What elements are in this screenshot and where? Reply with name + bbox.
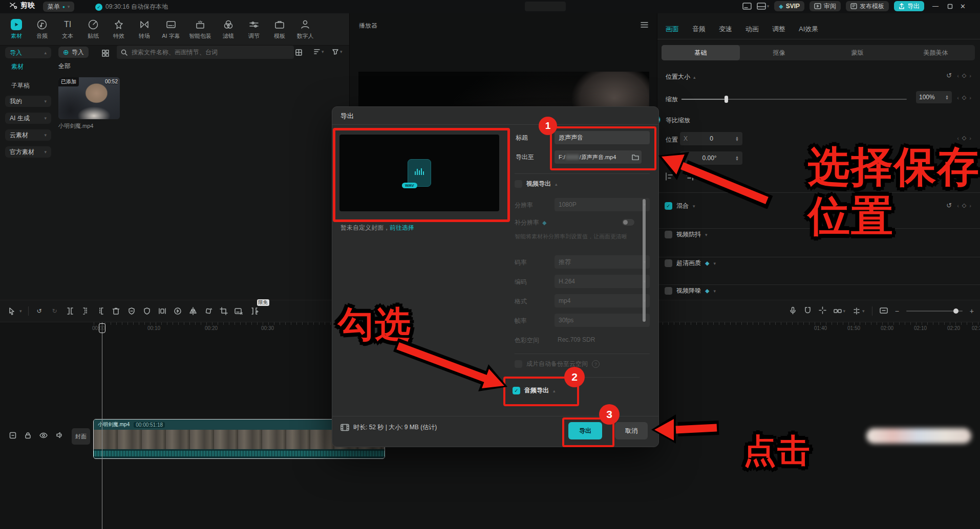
filter-icon[interactable]: ▾: [332, 48, 343, 55]
speaker-icon[interactable]: [56, 432, 63, 438]
stabilize-checkbox[interactable]: [665, 231, 672, 238]
hd-label[interactable]: 超清画质: [676, 259, 701, 268]
crop-tool[interactable]: [216, 304, 231, 318]
mask-tool[interactable]: [139, 304, 155, 318]
tab-adjust[interactable]: 调整: [772, 25, 785, 34]
maximize-button[interactable]: [947, 3, 953, 9]
audio-export-label[interactable]: 音频导出: [524, 386, 549, 395]
section-pos-size[interactable]: 位置大小: [666, 73, 690, 81]
rotate-tool[interactable]: [201, 304, 216, 318]
stabilize-label[interactable]: 视频防抖: [676, 230, 701, 239]
denoise-label[interactable]: 视频降噪: [676, 286, 701, 295]
keyframe-controls[interactable]: ‹◇›: [957, 72, 971, 79]
publish-template-button[interactable]: 发布模板: [846, 1, 889, 11]
ribbon-item-audio[interactable]: 音频: [30, 19, 54, 40]
playhead-handle[interactable]: [99, 323, 105, 333]
video-export-label[interactable]: 视频导出: [526, 180, 551, 188]
tab-ai-effects[interactable]: AI效果: [799, 25, 818, 34]
zoom-out-icon[interactable]: −: [895, 307, 899, 315]
fit-timeline-icon[interactable]: [880, 307, 888, 316]
cover-select-link[interactable]: 前往选择: [390, 224, 414, 232]
close-button[interactable]: ✕: [958, 3, 968, 10]
sidebar-item-material[interactable]: 素材: [11, 62, 24, 71]
cover-preview[interactable]: WAV: [339, 135, 499, 211]
cover-button[interactable]: 封面: [72, 428, 90, 445]
ai-mask-tool[interactable]: [124, 304, 139, 318]
tab-animation[interactable]: 动画: [745, 25, 759, 34]
scale-slider-handle[interactable]: [725, 96, 728, 103]
video-export-checkbox[interactable]: [515, 180, 522, 188]
undo-button[interactable]: ↺: [32, 304, 47, 318]
cancel-button[interactable]: 取消: [615, 422, 648, 439]
ribbon-item-digital-human[interactable]: 数字人: [293, 19, 317, 40]
filter-all-label[interactable]: 全部: [58, 62, 71, 71]
title-input[interactable]: 原声声音: [555, 131, 650, 144]
resolution-dropdown[interactable]: 1080P▾: [555, 198, 650, 211]
zoom-in-icon[interactable]: +: [970, 307, 974, 315]
cloud-backup-checkbox[interactable]: [515, 360, 522, 368]
path-input[interactable]: F:/ /原声声音.mp4: [555, 150, 634, 164]
ribbon-item-text[interactable]: TI 文本: [55, 19, 80, 40]
mirror-tool[interactable]: [185, 304, 201, 318]
codec-dropdown[interactable]: H.264▾: [555, 275, 650, 288]
split-left-tool[interactable]: [78, 304, 93, 318]
reset-icon[interactable]: ↺: [946, 202, 952, 209]
lock-icon[interactable]: [25, 432, 31, 439]
preview-axis-icon[interactable]: ▾: [853, 307, 865, 315]
media-thumbnail[interactable]: 已添加 00:52: [58, 77, 120, 119]
stepper-icon[interactable]: ▲▼: [735, 136, 739, 141]
split-right-tool[interactable]: [93, 304, 109, 318]
minimize-button[interactable]: —: [929, 3, 942, 10]
svip-button[interactable]: ◆ SVIP: [774, 1, 804, 11]
sidebar-group-cloud[interactable]: 云素材▾: [5, 129, 51, 141]
browse-folder-button[interactable]: [629, 150, 642, 164]
ribbon-item-media[interactable]: 素材: [4, 19, 29, 40]
ribbon-item-transition[interactable]: 转场: [132, 19, 157, 40]
reset-icon[interactable]: ↺: [946, 72, 952, 79]
ribbon-item-adjust[interactable]: 调节: [242, 19, 266, 40]
denoise-checkbox[interactable]: [665, 287, 672, 295]
ribbon-item-effects[interactable]: 特效: [106, 19, 131, 40]
record-mic-icon[interactable]: [789, 306, 797, 316]
extract-clip-tool[interactable]: 限免: [247, 304, 262, 318]
format-dropdown[interactable]: mp4▾: [555, 294, 650, 307]
player-menu-icon[interactable]: [641, 21, 648, 28]
review-button[interactable]: 审阅: [809, 1, 841, 11]
ribbon-item-templates[interactable]: 模板: [267, 19, 292, 40]
freeze-frame-tool[interactable]: [155, 304, 170, 318]
subtab-basic[interactable]: 基础: [662, 45, 740, 60]
timeline-zoom-slider[interactable]: [906, 311, 963, 312]
sidebar-item-subdraft[interactable]: 子草稿: [11, 81, 30, 90]
fps-dropdown[interactable]: 30fps▾: [555, 314, 650, 327]
caption-clear-tool[interactable]: [231, 304, 247, 318]
menu-button[interactable]: 菜单 ● ▾: [43, 2, 74, 12]
playhead-line[interactable]: [102, 322, 102, 529]
export-confirm-button[interactable]: 导出: [568, 422, 602, 439]
export-top-button[interactable]: 导出: [894, 1, 924, 11]
scale-value-box[interactable]: 100% ▲▼: [916, 91, 952, 103]
speed-tool[interactable]: [170, 304, 185, 318]
tab-audio[interactable]: 音频: [692, 25, 706, 34]
stepper-icon[interactable]: ▲▼: [945, 95, 949, 100]
delete-tool[interactable]: [109, 304, 124, 318]
sidebar-group-official[interactable]: 官方素材▾: [5, 146, 51, 158]
keyframe-controls[interactable]: ‹◇›: [957, 94, 971, 101]
grid-view-icon[interactable]: [295, 49, 303, 56]
grid-small-icon[interactable]: [101, 49, 110, 57]
subtab-beauty[interactable]: 美颜美体: [897, 45, 975, 60]
select-tool-chevron[interactable]: ▾: [19, 308, 22, 314]
super-res-toggle[interactable]: [622, 219, 634, 226]
sort-icon[interactable]: ▾: [313, 48, 324, 55]
scale-slider[interactable]: [681, 99, 907, 100]
ribbon-item-ai-captions[interactable]: AI 字幕: [158, 19, 184, 40]
eye-icon[interactable]: [39, 432, 48, 438]
search-box[interactable]: [117, 46, 294, 59]
ribbon-item-filters[interactable]: 滤镜: [216, 19, 241, 40]
import-button[interactable]: ⊕ 导入: [58, 47, 89, 58]
keyframe-controls[interactable]: ‹◇›: [957, 202, 971, 209]
sidebar-group-ai[interactable]: AI 生成▾: [5, 113, 51, 124]
info-icon[interactable]: ?: [592, 360, 600, 368]
bitrate-dropdown[interactable]: 推荐▾: [555, 255, 650, 269]
sidebar-item-import[interactable]: 导入 ▴: [5, 47, 51, 58]
tab-canvas[interactable]: 画面: [666, 25, 679, 34]
